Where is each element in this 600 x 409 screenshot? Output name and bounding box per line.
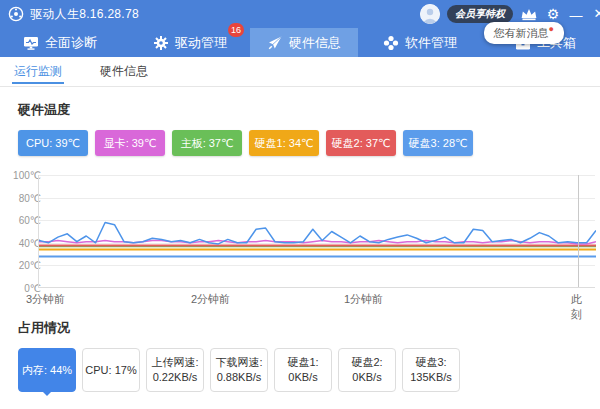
usage-card-cpu[interactable]: CPU: 17% (82, 348, 140, 392)
usage-card-memory[interactable]: 内存: 44% (18, 348, 76, 392)
nav-tab-label: 硬件信息 (289, 34, 341, 52)
monitor-icon (23, 35, 39, 51)
app-logo-icon (8, 6, 24, 22)
temp-badge-gpu[interactable]: 显卡: 39℃ (95, 130, 165, 156)
y-tick: 40℃ (5, 238, 41, 249)
app-window: 驱动人生8.16.28.78 会员享特权 ⚙ — ✕ 您有新消息● (0, 0, 600, 409)
nav-tab-full-diagnosis[interactable]: 全面诊断 (8, 28, 112, 57)
usage-card-row: 内存: 44% CPU: 17% 上传网速: 0.22KB/s 下载网速: 0.… (18, 348, 582, 392)
nav-tab-hardware-info[interactable]: 硬件信息 (250, 28, 358, 57)
y-tick: 100℃ (5, 170, 41, 181)
temp-badge-board[interactable]: 主板: 37℃ (172, 130, 242, 156)
minimize-button[interactable]: — (568, 2, 584, 30)
software-clover-icon (383, 35, 399, 51)
y-tick: 80℃ (5, 193, 41, 204)
usage-card-disk1[interactable]: 硬盘1: 0KB/s (274, 348, 332, 392)
x-tick: 3分钟前 (26, 292, 65, 307)
temperature-section-title: 硬件温度 (18, 101, 582, 119)
close-button[interactable]: ✕ (591, 0, 600, 28)
user-avatar[interactable] (420, 4, 440, 24)
usage-card-download[interactable]: 下载网速: 0.88KB/s (210, 348, 268, 392)
y-tick: 20℃ (5, 260, 41, 271)
nav-tab-label: 软件管理 (405, 34, 457, 52)
driver-update-count-badge: 16 (228, 23, 244, 37)
temp-badge-disk3[interactable]: 硬盘3: 28℃ (403, 130, 473, 156)
y-tick: 60℃ (5, 215, 41, 226)
nav-tab-label: 全面诊断 (45, 34, 97, 52)
usage-card-upload[interactable]: 上传网速: 0.22KB/s (146, 348, 204, 392)
rocket-icon (267, 35, 283, 51)
temp-badge-disk1[interactable]: 硬盘1: 34℃ (249, 130, 319, 156)
crown-icon (520, 7, 538, 21)
subtab-running-monitor[interactable]: 运行监测 (14, 57, 62, 87)
subtab-hardware-info[interactable]: 硬件信息 (100, 57, 148, 87)
usage-card-disk2[interactable]: 硬盘2: 0KB/s (338, 348, 396, 392)
new-message-tooltip[interactable]: 您有新消息● (484, 22, 564, 44)
x-tick: 2分钟前 (191, 292, 230, 307)
time-cursor-line (578, 175, 579, 287)
temperature-chart: 100℃ 80℃ 60℃ 40℃ 20℃ 0℃ 3分钟前 2分钟前 1分钟前 此… (18, 170, 582, 303)
gear-icon (153, 35, 169, 51)
temp-badge-disk2[interactable]: 硬盘2: 37℃ (326, 130, 396, 156)
app-title: 驱动人生8.16.28.78 (30, 6, 139, 23)
nav-tab-label: 驱动管理 (175, 34, 227, 52)
x-tick: 此刻 (571, 292, 582, 322)
temperature-badge-row: CPU: 39℃ 显卡: 39℃ 主板: 37℃ 硬盘1: 34℃ 硬盘2: 3… (18, 130, 582, 156)
nav-tab-software-management[interactable]: 软件管理 (368, 28, 472, 57)
usage-section-title: 占用情况 (18, 319, 582, 337)
notification-dot: ● (549, 24, 554, 34)
nav-tab-driver-management[interactable]: 驱动管理 16 (138, 28, 242, 57)
x-tick: 1分钟前 (344, 292, 383, 307)
temperature-plot-area (38, 175, 595, 288)
selected-card-pointer (42, 391, 52, 396)
member-privilege-badge[interactable]: 会员享特权 (447, 5, 513, 23)
sub-tab-bar: 运行监测 硬件信息 (0, 57, 600, 87)
temperature-chart-svg (39, 175, 596, 288)
temp-badge-cpu[interactable]: CPU: 39℃ (18, 130, 88, 156)
usage-card-disk3[interactable]: 硬盘3: 135KB/s (402, 348, 460, 392)
